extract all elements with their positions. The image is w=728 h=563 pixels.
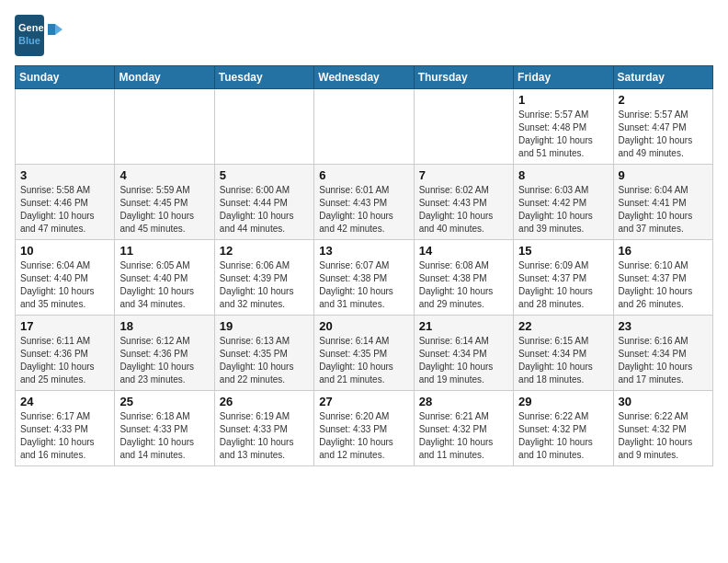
day-number: 4: [119, 168, 209, 182]
day-info: Sunrise: 5:59 AM Sunset: 4:45 PM Dayligh…: [119, 184, 209, 236]
day-info: Sunrise: 6:05 AM Sunset: 4:40 PM Dayligh…: [119, 259, 209, 311]
day-cell: [16, 89, 115, 165]
day-info: Sunrise: 6:08 AM Sunset: 4:38 PM Dayligh…: [419, 259, 508, 311]
day-number: 13: [319, 244, 408, 258]
day-number: 16: [619, 244, 708, 258]
week-row-3: 17Sunrise: 6:11 AM Sunset: 4:36 PM Dayli…: [16, 316, 713, 391]
day-cell: 9Sunrise: 6:04 AM Sunset: 4:41 PM Daylig…: [613, 165, 712, 240]
day-info: Sunrise: 6:17 AM Sunset: 4:33 PM Dayligh…: [20, 410, 109, 462]
day-number: 24: [20, 395, 109, 408]
day-cell: 27Sunrise: 6:20 AM Sunset: 4:33 PM Dayli…: [314, 391, 414, 466]
day-info: Sunrise: 6:04 AM Sunset: 4:41 PM Dayligh…: [619, 184, 708, 236]
day-number: 30: [619, 395, 708, 408]
col-header-saturday: Saturday: [613, 66, 712, 89]
day-cell: 28Sunrise: 6:21 AM Sunset: 4:32 PM Dayli…: [414, 391, 513, 466]
day-cell: 13Sunrise: 6:07 AM Sunset: 4:38 PM Dayli…: [314, 240, 414, 316]
day-info: Sunrise: 6:21 AM Sunset: 4:32 PM Dayligh…: [419, 410, 508, 462]
calendar-table: SundayMondayTuesdayWednesdayThursdayFrid…: [15, 65, 713, 466]
logo-icon: GeneralBlue: [15, 15, 88, 56]
day-cell: 3Sunrise: 5:58 AM Sunset: 4:46 PM Daylig…: [16, 165, 115, 240]
day-cell: 10Sunrise: 6:04 AM Sunset: 4:40 PM Dayli…: [16, 240, 115, 316]
day-number: 15: [518, 244, 608, 258]
day-cell: [314, 89, 414, 165]
day-info: Sunrise: 6:14 AM Sunset: 4:35 PM Dayligh…: [319, 335, 408, 386]
day-info: Sunrise: 6:22 AM Sunset: 4:32 PM Dayligh…: [518, 410, 608, 462]
day-number: 25: [119, 395, 209, 408]
day-cell: 14Sunrise: 6:08 AM Sunset: 4:38 PM Dayli…: [414, 240, 513, 316]
day-info: Sunrise: 6:12 AM Sunset: 4:36 PM Dayligh…: [119, 335, 209, 386]
day-info: Sunrise: 5:57 AM Sunset: 4:48 PM Dayligh…: [518, 109, 608, 160]
day-cell: 23Sunrise: 6:16 AM Sunset: 4:34 PM Dayli…: [613, 316, 712, 391]
day-number: 22: [518, 319, 608, 333]
logo: GeneralBlue: [15, 15, 88, 56]
week-row-0: 1Sunrise: 5:57 AM Sunset: 4:48 PM Daylig…: [16, 89, 713, 165]
page: GeneralBlue SundayMondayTuesdayWednesday…: [0, 0, 728, 476]
header: GeneralBlue: [15, 15, 713, 56]
day-cell: 4Sunrise: 5:59 AM Sunset: 4:45 PM Daylig…: [115, 165, 214, 240]
day-cell: 2Sunrise: 5:57 AM Sunset: 4:47 PM Daylig…: [613, 89, 712, 165]
day-cell: 16Sunrise: 6:10 AM Sunset: 4:37 PM Dayli…: [613, 240, 712, 316]
day-cell: 15Sunrise: 6:09 AM Sunset: 4:37 PM Dayli…: [514, 240, 613, 316]
day-number: 5: [220, 168, 309, 182]
svg-marker-3: [48, 24, 55, 35]
day-number: 1: [518, 93, 608, 107]
day-info: Sunrise: 6:16 AM Sunset: 4:34 PM Dayligh…: [619, 335, 708, 386]
day-number: 9: [619, 168, 708, 182]
day-info: Sunrise: 6:00 AM Sunset: 4:44 PM Dayligh…: [220, 184, 309, 236]
day-cell: [214, 89, 313, 165]
day-info: Sunrise: 6:02 AM Sunset: 4:43 PM Dayligh…: [419, 184, 508, 236]
day-number: 21: [419, 319, 508, 333]
day-cell: [115, 89, 214, 165]
col-header-sunday: Sunday: [16, 66, 115, 89]
week-row-1: 3Sunrise: 5:58 AM Sunset: 4:46 PM Daylig…: [16, 165, 713, 240]
day-info: Sunrise: 6:13 AM Sunset: 4:35 PM Dayligh…: [220, 335, 309, 386]
day-number: 11: [119, 244, 209, 258]
day-number: 19: [220, 319, 309, 333]
week-row-2: 10Sunrise: 6:04 AM Sunset: 4:40 PM Dayli…: [16, 240, 713, 316]
day-number: 2: [619, 93, 708, 107]
day-cell: 6Sunrise: 6:01 AM Sunset: 4:43 PM Daylig…: [314, 165, 414, 240]
day-info: Sunrise: 6:15 AM Sunset: 4:34 PM Dayligh…: [518, 335, 608, 386]
day-cell: 7Sunrise: 6:02 AM Sunset: 4:43 PM Daylig…: [414, 165, 513, 240]
day-number: 3: [20, 168, 109, 182]
day-number: 26: [220, 395, 309, 408]
day-info: Sunrise: 6:18 AM Sunset: 4:33 PM Dayligh…: [119, 410, 209, 462]
day-cell: 24Sunrise: 6:17 AM Sunset: 4:33 PM Dayli…: [16, 391, 115, 466]
day-cell: 1Sunrise: 5:57 AM Sunset: 4:48 PM Daylig…: [514, 89, 613, 165]
day-info: Sunrise: 6:19 AM Sunset: 4:33 PM Dayligh…: [220, 410, 309, 462]
header-row: SundayMondayTuesdayWednesdayThursdayFrid…: [16, 66, 713, 89]
day-number: 8: [518, 168, 608, 182]
col-header-friday: Friday: [514, 66, 613, 89]
day-info: Sunrise: 6:03 AM Sunset: 4:42 PM Dayligh…: [518, 184, 608, 236]
day-cell: 8Sunrise: 6:03 AM Sunset: 4:42 PM Daylig…: [514, 165, 613, 240]
day-info: Sunrise: 6:11 AM Sunset: 4:36 PM Dayligh…: [20, 335, 109, 386]
day-number: 18: [119, 319, 209, 333]
day-info: Sunrise: 6:01 AM Sunset: 4:43 PM Dayligh…: [319, 184, 408, 236]
day-cell: 26Sunrise: 6:19 AM Sunset: 4:33 PM Dayli…: [214, 391, 313, 466]
day-info: Sunrise: 6:22 AM Sunset: 4:32 PM Dayligh…: [619, 410, 708, 462]
day-cell: 30Sunrise: 6:22 AM Sunset: 4:32 PM Dayli…: [613, 391, 712, 466]
day-number: 12: [220, 244, 309, 258]
week-row-4: 24Sunrise: 6:17 AM Sunset: 4:33 PM Dayli…: [16, 391, 713, 466]
day-number: 28: [419, 395, 508, 408]
col-header-thursday: Thursday: [414, 66, 513, 89]
day-info: Sunrise: 5:57 AM Sunset: 4:47 PM Dayligh…: [619, 109, 708, 160]
day-number: 27: [319, 395, 408, 408]
col-header-monday: Monday: [115, 66, 214, 89]
day-info: Sunrise: 6:14 AM Sunset: 4:34 PM Dayligh…: [419, 335, 508, 386]
day-cell: 11Sunrise: 6:05 AM Sunset: 4:40 PM Dayli…: [115, 240, 214, 316]
day-info: Sunrise: 6:04 AM Sunset: 4:40 PM Dayligh…: [20, 259, 109, 311]
day-cell: 17Sunrise: 6:11 AM Sunset: 4:36 PM Dayli…: [16, 316, 115, 391]
day-cell: 12Sunrise: 6:06 AM Sunset: 4:39 PM Dayli…: [214, 240, 313, 316]
day-number: 17: [20, 319, 109, 333]
day-cell: 18Sunrise: 6:12 AM Sunset: 4:36 PM Dayli…: [115, 316, 214, 391]
day-number: 20: [319, 319, 408, 333]
day-cell: 20Sunrise: 6:14 AM Sunset: 4:35 PM Dayli…: [314, 316, 414, 391]
day-number: 10: [20, 244, 109, 258]
day-info: Sunrise: 6:10 AM Sunset: 4:37 PM Dayligh…: [619, 259, 708, 311]
day-number: 29: [518, 395, 608, 408]
svg-text:Blue: Blue: [18, 35, 40, 46]
day-number: 23: [619, 319, 708, 333]
day-cell: [414, 89, 513, 165]
day-info: Sunrise: 5:58 AM Sunset: 4:46 PM Dayligh…: [20, 184, 109, 236]
